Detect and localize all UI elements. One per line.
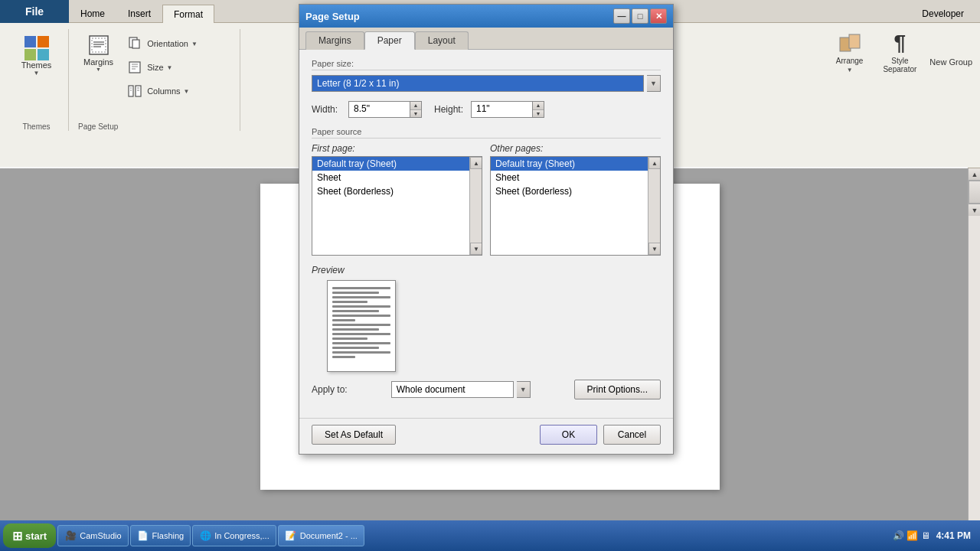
margins-label: Margins [83,57,113,67]
tab-insert[interactable]: Insert [116,4,162,22]
scroll-thumb[interactable] [969,181,980,204]
themes-button[interactable]: Themes ▼ [16,32,57,80]
dialog-body: Paper size: Letter (8 1/2 x 11 in) ▼ Wid… [299,49,673,418]
other-pages-item-1[interactable]: Sheet [491,171,648,184]
preview-line-2 [332,292,379,294]
print-options-button[interactable]: Print Options... [574,380,661,399]
ok-button[interactable]: OK [540,425,597,445]
taskbar: ⊞ start 🎥 CamStudio 📄 Flashing 🌐 In Cong… [0,520,980,551]
orientation-section: Orientation ▼ [122,29,201,103]
developer-buttons: Arrange ▼ ¶ Style Separator New Group [829,27,972,77]
op-scroll-down[interactable]: ▼ [648,243,661,255]
preview-line-1 [332,287,390,289]
svg-rect-0 [90,36,108,54]
fp-scroll-track[interactable] [470,169,482,243]
paper-size-value: Letter (8 1/2 x 11 in) [317,78,399,89]
tab-developer[interactable]: Developer [910,4,980,22]
cancel-button[interactable]: Cancel [603,425,661,445]
other-pages-col: Other pages: Default tray (Sheet) Sheet [490,143,661,256]
margins-button[interactable]: Margins ▼ [78,29,119,76]
taskbar-item-flashing[interactable]: 📄 Flashing [130,525,191,546]
dimensions-fields: Width: 8.5" ▲ ▼ Height: [312,101,661,118]
paper-size-arrow[interactable]: ▼ [647,75,661,92]
columns-label: Columns [147,86,180,96]
start-label: start [25,530,47,542]
paper-size-group: Paper size: Letter (8 1/2 x 11 in) ▼ [312,59,661,92]
dialog-tab-paper[interactable]: Paper [364,31,415,50]
first-page-item-0[interactable]: Default tray (Sheet) [312,157,469,171]
first-page-item-1[interactable]: Sheet [312,171,469,184]
size-button[interactable]: Size ▼ [122,56,176,79]
preview-label: Preview [312,265,661,276]
tab-format[interactable]: Format [162,5,214,23]
dialog-tab-margins[interactable]: Margins [305,31,364,50]
size-label: Size [147,63,163,72]
apply-to-arrow[interactable]: ▼ [517,381,531,398]
svg-rect-18 [849,34,860,48]
taskbar-item-document2[interactable]: 📝 Document2 - ... [278,525,364,546]
preview-page [327,280,396,372]
preview-line-5 [332,305,390,308]
dialog-tab-layout[interactable]: Layout [415,31,469,50]
svg-rect-6 [132,40,139,48]
height-spin-buttons: ▲ ▼ [532,101,544,118]
taskbar-right: 🔊 📶 🖥 4:41 PM [893,530,977,541]
orientation-icon [126,34,144,53]
columns-button[interactable]: Columns ▼ [122,80,193,103]
apply-to-select[interactable]: Whole document [391,381,514,398]
scroll-down-arrow[interactable]: ▼ [969,204,980,216]
preview-line-9 [332,324,390,326]
scroll-up-arrow[interactable]: ▲ [969,168,980,181]
preview-line-3 [332,296,390,298]
flashing-label: Flashing [152,531,185,540]
document-scrollbar[interactable]: ▲ ▼ [968,168,980,520]
set-default-button[interactable]: Set As Default [312,425,396,445]
op-scroll-up[interactable]: ▲ [648,157,661,169]
congress-label: In Congress,... [214,531,270,540]
width-input[interactable]: 8.5" [348,101,410,118]
first-page-listbox[interactable]: Default tray (Sheet) Sheet Sheet (Border… [312,156,482,256]
camstudio-icon: 🎥 [64,530,77,542]
other-pages-item-2[interactable]: Sheet (Borderless) [491,184,648,198]
page-setup-group-label: Page Setup [78,119,234,131]
paragraph-icon: ¶ [894,31,906,55]
tab-home[interactable]: Home [69,4,116,22]
taskbar-item-congress[interactable]: 🌐 In Congress,... [192,525,276,546]
op-scroll-track[interactable] [648,169,660,243]
margins-icon [87,33,111,57]
other-pages-item-0[interactable]: Default tray (Sheet) [491,157,648,171]
width-spin-down[interactable]: ▼ [410,110,421,118]
width-spin-up[interactable]: ▲ [410,102,421,110]
dialog-close-button[interactable]: ✕ [650,8,667,24]
first-page-scrollbar[interactable]: ▲ ▼ [469,157,482,255]
other-pages-listbox[interactable]: Default tray (Sheet) Sheet Sheet (Border… [490,156,661,256]
flashing-icon: 📄 [137,530,149,542]
orientation-button[interactable]: Orientation ▼ [122,32,201,55]
first-page-label: First page: [312,143,482,154]
scroll-track[interactable] [969,181,980,204]
fp-scroll-up[interactable]: ▲ [470,157,482,169]
arrange-button[interactable]: Arrange ▼ [829,27,871,77]
fp-scroll-down[interactable]: ▼ [470,243,482,255]
other-pages-scrollbar[interactable]: ▲ ▼ [648,157,660,255]
preview-line-10 [332,328,379,331]
dialog-footer: Set As Default OK Cancel [299,418,673,454]
preview-line-15 [332,351,390,354]
style-separator-button[interactable]: ¶ Style Separator [876,27,923,77]
ps-row1: Margins ▼ Orientation [78,29,234,103]
height-input[interactable]: 11" [471,101,532,118]
dialog-minimize-button[interactable]: — [613,8,630,24]
paper-size-combo[interactable]: Letter (8 1/2 x 11 in) [312,75,644,92]
paper-source-label: Paper source [312,127,661,139]
start-button[interactable]: ⊞ start [3,523,56,548]
width-field: Width: 8.5" ▲ ▼ [312,101,422,118]
dialog-maximize-button[interactable]: □ [632,8,648,24]
taskbar-item-camstudio[interactable]: 🎥 CamStudio [57,525,128,546]
page-setup-dialog: Page Setup — □ ✕ Margins Paper [299,4,674,455]
height-spin-up[interactable]: ▲ [533,102,544,110]
first-page-item-2[interactable]: Sheet (Borderless) [312,184,469,198]
height-spin-down[interactable]: ▼ [533,110,544,118]
columns-icon [126,82,144,100]
file-tab[interactable]: File [0,0,69,23]
height-field: Height: 11" ▲ ▼ [434,101,544,118]
